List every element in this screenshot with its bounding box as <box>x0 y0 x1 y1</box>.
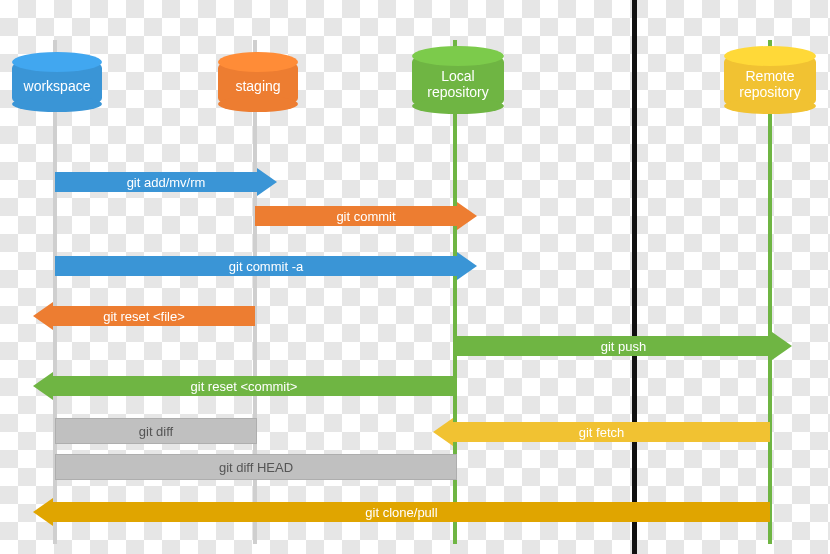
arrow-git-push-label: git push <box>601 339 647 354</box>
arrow-git-clone-pull: git clone/pull <box>33 498 770 526</box>
arrow-git-commit-a-label: git commit -a <box>229 259 303 274</box>
node-staging-label: staging <box>235 78 280 94</box>
arrow-git-commit-label: git commit <box>336 209 395 224</box>
arrow-git-add-label: git add/mv/rm <box>127 175 206 190</box>
bar-git-diff-label: git diff <box>139 424 173 439</box>
arrow-git-reset-file-label: git reset <file> <box>103 309 185 324</box>
arrow-git-clone-pull-label: git clone/pull <box>365 505 437 520</box>
bar-git-diff-head: git diff HEAD <box>55 454 457 480</box>
node-staging: staging <box>218 62 298 104</box>
node-workspace-label: workspace <box>24 78 91 94</box>
git-diagram: workspace staging Local repository Remot… <box>0 0 830 554</box>
arrow-git-reset-file: git reset <file> <box>33 302 255 330</box>
node-workspace: workspace <box>12 62 102 104</box>
arrow-git-add: git add/mv/rm <box>55 168 277 196</box>
arrow-git-reset-commit-label: git reset <commit> <box>191 379 298 394</box>
node-local-repo-label: Local repository <box>427 68 488 100</box>
arrow-git-commit: git commit <box>255 202 477 230</box>
arrow-git-commit-a: git commit -a <box>55 252 477 280</box>
node-remote-repo-label: Remote repository <box>739 68 800 100</box>
bar-git-diff: git diff <box>55 418 257 444</box>
arrow-git-reset-commit: git reset <commit> <box>33 372 455 400</box>
lifeline-remote <box>768 40 772 544</box>
boundary-local-remote <box>632 0 637 554</box>
arrow-git-fetch-label: git fetch <box>579 425 625 440</box>
node-local-repo: Local repository <box>412 56 504 106</box>
arrow-git-fetch: git fetch <box>433 418 770 446</box>
bar-git-diff-head-label: git diff HEAD <box>219 460 293 475</box>
arrow-git-push: git push <box>455 332 792 360</box>
node-remote-repo: Remote repository <box>724 56 816 106</box>
